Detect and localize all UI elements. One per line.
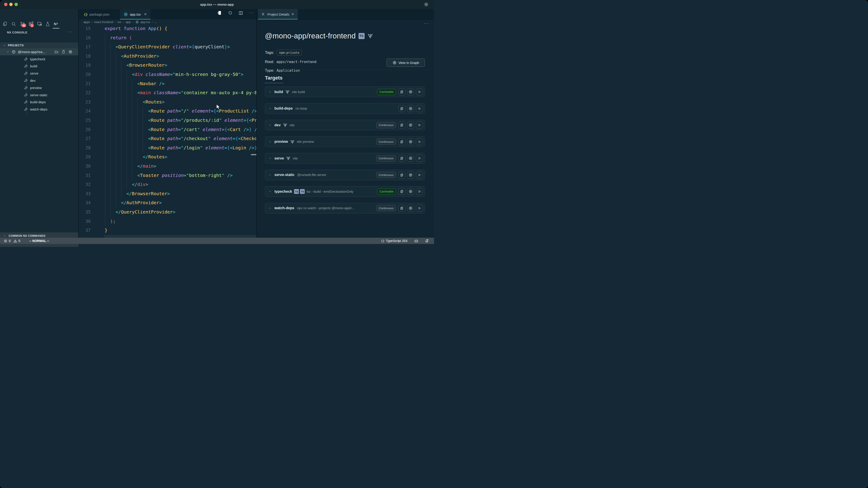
chevron-down-icon[interactable]: [268, 140, 272, 143]
sidebar-item-serve-static[interactable]: serve-static: [0, 91, 79, 98]
target-card-dev[interactable]: devviteContinuous: [265, 120, 425, 130]
copy-icon[interactable]: [398, 88, 405, 95]
copy-icon[interactable]: [398, 155, 405, 162]
split-editor-icon[interactable]: [239, 11, 243, 15]
sidebar-divider[interactable]: [78, 9, 79, 238]
badge-count: 32: [22, 24, 26, 27]
view-in-graph-icon[interactable]: [407, 122, 414, 129]
braces-icon: {}: [381, 239, 385, 242]
chevron-down-icon[interactable]: [268, 107, 272, 110]
testing-icon[interactable]: [43, 20, 52, 28]
chevron-down-icon: [6, 50, 9, 54]
run-target-icon[interactable]: [416, 171, 423, 178]
more-actions-icon[interactable]: ···: [249, 11, 254, 15]
tab-app.tsx[interactable]: app.tsx✕: [120, 9, 150, 20]
search-icon[interactable]: [9, 20, 18, 28]
target-card-serve[interactable]: serveviteContinuous: [265, 153, 425, 164]
tab-package.json[interactable]: {}package.json: [80, 9, 113, 20]
source-control-icon[interactable]: 32: [18, 20, 26, 28]
run-target-icon[interactable]: [416, 88, 423, 95]
chevron-down-icon[interactable]: [268, 90, 272, 94]
copy-icon[interactable]: [398, 171, 405, 178]
nx-console-icon[interactable]: [52, 20, 60, 28]
code-line-18: 18 <AuthProvider>: [79, 52, 256, 61]
more-actions-icon[interactable]: ···: [68, 30, 73, 34]
breadcrumb-item[interactable]: app: [126, 20, 131, 24]
target-name: preview: [274, 140, 288, 144]
breadcrumb-item[interactable]: react-frontend: [94, 20, 113, 24]
copy-icon[interactable]: [398, 122, 405, 129]
close-icon[interactable]: ✕: [291, 12, 294, 16]
sidebar-item-build[interactable]: build: [0, 63, 79, 70]
target-card-build-deps[interactable]: build-depsnx:noop: [265, 103, 425, 114]
run-target-icon[interactable]: [416, 155, 423, 162]
close-icon[interactable]: ✕: [144, 12, 147, 16]
error-count: 0: [9, 239, 11, 242]
view-in-graph-icon[interactable]: [407, 155, 414, 162]
view-in-graph-icon[interactable]: [407, 171, 414, 178]
nx-open-icon[interactable]: [217, 10, 222, 15]
target-command: vite: [289, 123, 295, 127]
target-card-preview[interactable]: previewvite previewContinuous: [265, 136, 425, 147]
breadcrumb-item[interactable]: src: [117, 20, 121, 24]
breadcrumb[interactable]: apps›react-frontend›src›app›app.tsx›...: [79, 20, 256, 24]
target-card-typecheck[interactable]: typecheckTSTStsc --build --emitDeclarati…: [265, 186, 425, 197]
chevron-down-icon[interactable]: [268, 190, 272, 193]
chevron-down-icon[interactable]: [268, 206, 272, 210]
code-line-37: 37}: [79, 226, 256, 235]
target-card-build[interactable]: buildvite buildCacheable: [265, 87, 425, 97]
vite-icon: [367, 33, 373, 39]
code-line-29: 29 </Routes>: [79, 152, 256, 162]
breadcrumb-item[interactable]: apps: [84, 20, 90, 24]
chevron-down-icon[interactable]: [268, 123, 272, 127]
project-row[interactable]: @mono-app/rea...: [0, 48, 79, 55]
chevron-down-icon[interactable]: [268, 173, 272, 177]
target-card-watch-deps[interactable]: watch-depsnpx nx watch --projects @mono-…: [265, 203, 425, 214]
target-command: vite: [293, 157, 298, 160]
panel-more-actions-icon[interactable]: ···: [424, 21, 429, 26]
breadcrumb-item[interactable]: app.tsx: [135, 20, 150, 24]
breadcrumb-item[interactable]: ...: [154, 20, 157, 24]
notifications-bell-icon[interactable]: [425, 238, 429, 243]
target-card-serve-static[interactable]: serve-static@nx/web:file-serverContinuou…: [265, 170, 425, 180]
run-target-icon[interactable]: [416, 188, 423, 195]
sidebar-item-serve[interactable]: serve: [0, 70, 79, 77]
sidebar-item-build-deps[interactable]: build-deps: [0, 98, 79, 106]
view-in-graph-icon[interactable]: [407, 188, 414, 195]
copy-icon[interactable]: [398, 138, 405, 145]
focus-project-icon[interactable]: [68, 50, 72, 54]
extensions-icon[interactable]: 1: [27, 20, 35, 28]
run-target-icon[interactable]: [416, 138, 423, 145]
sidebar-item-preview[interactable]: preview: [0, 84, 79, 91]
edit-config-icon[interactable]: [61, 50, 66, 54]
sidebar-item-watch-deps[interactable]: watch-deps: [0, 106, 79, 113]
problems-indicator[interactable]: 0 0: [4, 239, 20, 243]
code-editor[interactable]: 15export function App() {16 return (17 <…: [79, 24, 256, 238]
copy-icon[interactable]: [398, 205, 405, 212]
vite-icon: [290, 139, 295, 144]
refresh-icon[interactable]: [228, 11, 232, 15]
projects-section-header[interactable]: PROJECTS: [0, 42, 79, 48]
sidebar-item-typecheck[interactable]: typecheck: [0, 55, 79, 63]
copilot-icon[interactable]: [414, 238, 418, 243]
view-in-graph-icon[interactable]: [407, 88, 414, 95]
view-in-graph-icon[interactable]: [407, 205, 414, 212]
language-mode[interactable]: {} TypeScript JSX: [381, 239, 408, 242]
remote-explorer-icon[interactable]: [35, 20, 43, 28]
run-target-icon[interactable]: [416, 122, 423, 129]
folder-icon[interactable]: [54, 50, 59, 54]
chevron-down-icon[interactable]: [268, 157, 272, 160]
explorer-icon[interactable]: [1, 20, 9, 28]
tab-project-details[interactable]: Project Details ✕: [258, 9, 298, 20]
copy-icon[interactable]: [398, 188, 405, 195]
gear-icon[interactable]: [424, 2, 429, 7]
copy-icon[interactable]: [398, 105, 405, 112]
run-target-icon[interactable]: [416, 205, 423, 212]
sidebar-item-dev[interactable]: dev: [0, 77, 79, 84]
wrench-icon: [24, 64, 28, 68]
view-in-graph-icon[interactable]: [407, 105, 414, 112]
wrench-icon: [24, 78, 28, 83]
view-in-graph-icon[interactable]: [407, 138, 414, 145]
run-target-icon[interactable]: [416, 105, 423, 112]
view-in-graph-button[interactable]: View In Graph: [386, 59, 425, 67]
